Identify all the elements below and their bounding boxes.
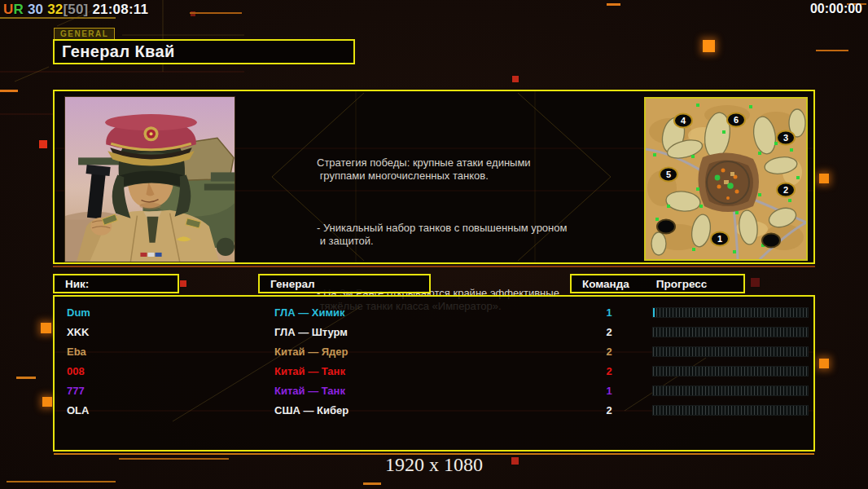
progress-bar — [653, 347, 808, 356]
status-token: U — [3, 2, 13, 17]
svg-text:3: 3 — [783, 133, 788, 143]
player-team: 1 — [597, 385, 621, 397]
deco-square — [703, 40, 715, 52]
status-token: 21:08:11 — [88, 2, 148, 17]
deco-square — [819, 174, 829, 183]
general-info-panel: Стратегия победы: крупные атаки едиными … — [53, 90, 815, 264]
map-preview-image: 1 2 3 4 5 6 — [646, 99, 806, 259]
column-header-nick: Ник: — [53, 274, 179, 293]
deco-square — [39, 140, 47, 148]
map-spot-empty — [657, 220, 675, 234]
briefing-paragraph: Стратегия победы: крупные атаки едиными … — [317, 156, 598, 183]
deco-square — [819, 359, 829, 368]
progress-bar — [653, 406, 808, 415]
map-spot: 6 — [727, 113, 745, 127]
deco-dash — [16, 377, 36, 379]
deco-square — [751, 278, 760, 287]
player-table: Dum ГЛА — Химик 1 XKK ГЛА — Штурм 2 Eba … — [53, 295, 815, 452]
svg-text:4: 4 — [681, 116, 686, 126]
column-header-label: Команда — [572, 278, 629, 290]
table-row: 008 Китай — Танк 2 — [55, 362, 813, 381]
player-general: США — Кибер — [274, 404, 349, 416]
player-nick: XKK — [67, 326, 89, 338]
table-row: Dum ГЛА — Химик 1 — [55, 303, 813, 323]
status-token: 32 — [43, 2, 63, 17]
player-general: Китай — Танк — [274, 365, 345, 377]
map-spot: 3 — [777, 131, 795, 145]
player-team: 1 — [597, 306, 621, 319]
map-spot: 5 — [660, 168, 677, 182]
general-portrait-image — [65, 97, 235, 262]
deco-square — [191, 11, 195, 16]
svg-text:2: 2 — [783, 185, 788, 195]
deco-dash — [0, 90, 18, 92]
svg-text:1: 1 — [717, 234, 722, 244]
progress-bar — [653, 386, 808, 395]
column-header-label: Ник: — [55, 278, 89, 290]
column-header-team-progress: Команда Прогресс — [570, 274, 745, 293]
progress-bar — [653, 308, 808, 317]
table-row: OLA США — Кибер 2 — [55, 401, 813, 421]
table-row: XKK ГЛА — Штурм 2 — [55, 323, 813, 342]
general-portrait — [64, 96, 235, 262]
progress-fill — [653, 308, 655, 317]
deco-square — [512, 76, 519, 82]
deco-dash — [363, 482, 381, 485]
player-nick: Dum — [67, 306, 90, 319]
map-spot: 4 — [674, 114, 692, 128]
general-title-box: Генерал Квай — [53, 39, 355, 64]
resolution-label: 1920 x 1080 — [0, 454, 868, 476]
player-general: ГЛА — Химик — [274, 306, 345, 319]
deco-dash — [7, 481, 116, 482]
column-header-general: Генерал — [258, 274, 431, 293]
column-header-label: Прогресс — [629, 278, 707, 290]
table-row: Eba Китай — Ядер 2 — [55, 342, 813, 362]
briefing-paragraph: - Уникальный набор танков с повышенным у… — [317, 222, 598, 248]
page-title: Генерал Квай — [55, 42, 175, 61]
player-general: Китай — Ядер — [274, 346, 349, 358]
match-timer: 00:00:00 — [810, 2, 862, 16]
map-preview: 1 2 3 4 5 6 — [644, 97, 808, 261]
map-spot: 1 — [711, 232, 729, 246]
player-nick: Eba — [67, 346, 86, 358]
player-nick: OLA — [67, 404, 89, 416]
player-team: 2 — [597, 365, 621, 377]
status-token: 30 — [24, 2, 43, 17]
deco-dash — [190, 12, 242, 14]
map-spot-empty — [762, 234, 780, 248]
map-city — [698, 152, 759, 212]
player-team: 2 — [597, 326, 621, 338]
status-readout: UR 30 32[50] 21:08:11 — [3, 2, 148, 18]
svg-text:5: 5 — [666, 170, 671, 179]
player-team: 2 — [597, 346, 621, 358]
player-general: Китай — Танк — [274, 385, 345, 397]
deco-dash — [607, 3, 620, 6]
svg-text:6: 6 — [734, 115, 739, 125]
deco-square — [42, 397, 52, 407]
status-token: R — [13, 2, 23, 17]
deco-square — [180, 280, 186, 287]
player-nick: 008 — [67, 365, 85, 377]
player-team: 2 — [597, 404, 621, 416]
deco-square — [41, 323, 51, 333]
deco-dash — [816, 50, 848, 51]
table-row: 777 Китай — Танк 1 — [55, 381, 813, 401]
player-general: ГЛА — Штурм — [274, 326, 348, 338]
player-nick: 777 — [67, 385, 85, 397]
column-header-label: Генерал — [260, 278, 314, 290]
progress-bar — [653, 367, 808, 376]
status-token: [50] — [63, 2, 88, 17]
map-spot: 2 — [777, 183, 795, 197]
progress-bar — [653, 328, 808, 337]
